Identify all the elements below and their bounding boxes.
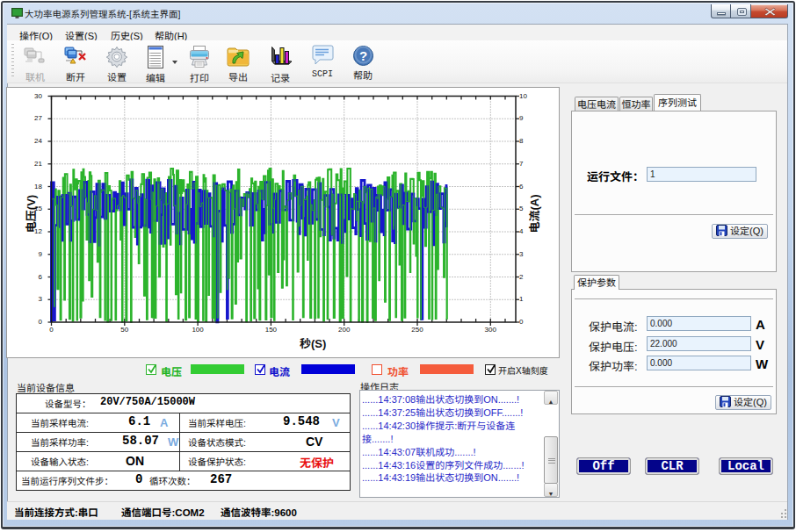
svg-text:?: ? [358,48,366,63]
